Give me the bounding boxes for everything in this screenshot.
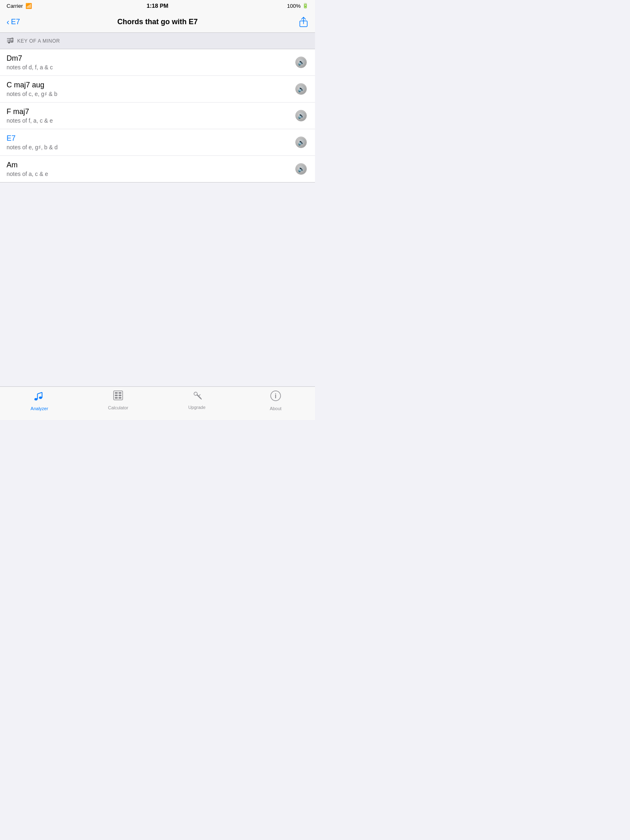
chord-notes: notes of a, c & e — [7, 171, 294, 177]
tab-bar: Analyzer Calculator Upgrade — [0, 386, 315, 420]
chord-notes: notes of d, f, a & c — [7, 64, 294, 71]
back-chevron-icon: ‹ — [7, 17, 9, 27]
tab-calculator[interactable]: Calculator — [79, 390, 158, 410]
status-bar: Carrier 📶 1:18 PM 100% 🔋 — [0, 0, 315, 11]
status-time: 1:18 PM — [147, 2, 169, 9]
chord-name: Am — [7, 161, 294, 169]
chord-info: F maj7 notes of f, a, c & e — [7, 107, 294, 124]
svg-point-10 — [34, 398, 37, 401]
status-right: 100% 🔋 — [287, 3, 308, 9]
chord-name: Dm7 — [7, 54, 294, 63]
audio-button[interactable]: 🔊 — [294, 135, 308, 150]
upgrade-icon — [192, 390, 202, 403]
chord-row[interactable]: Dm7 notes of d, f, a & c 🔊 — [0, 49, 315, 76]
audio-button[interactable]: 🔊 — [294, 108, 308, 123]
chord-name: C maj7 aug — [7, 81, 294, 89]
audio-button[interactable]: 🔊 — [294, 162, 308, 176]
svg-line-14 — [37, 393, 42, 394]
battery-label: 100% — [287, 3, 301, 9]
chord-name-highlighted: E7 — [7, 134, 294, 143]
speaker-icon: 🔊 — [295, 110, 307, 121]
chord-row[interactable]: E7 notes of e, g♯, b & d 🔊 — [0, 129, 315, 156]
calculator-tab-label: Calculator — [108, 405, 128, 410]
analyzer-tab-label: Analyzer — [31, 406, 48, 411]
chord-info: C maj7 aug notes of c, e, g♯ & b — [7, 81, 294, 97]
audio-button[interactable]: 🔊 — [294, 82, 308, 96]
section-header: KEY OF A MINOR — [0, 33, 315, 49]
svg-point-7 — [11, 41, 13, 43]
speaker-icon: 🔊 — [295, 83, 307, 95]
content-area — [0, 183, 315, 388]
status-left: Carrier 📶 — [7, 3, 32, 9]
chord-row[interactable]: Am notes of a, c & e 🔊 — [0, 156, 315, 182]
carrier-label: Carrier — [7, 3, 23, 9]
nav-title: Chords that go with E7 — [117, 18, 198, 26]
svg-rect-18 — [115, 395, 118, 396]
about-tab-label: About — [270, 406, 282, 411]
svg-line-25 — [199, 395, 200, 396]
chord-row[interactable]: F maj7 notes of f, a, c & e 🔊 — [0, 103, 315, 129]
svg-rect-16 — [115, 392, 118, 394]
chord-row[interactable]: C maj7 aug notes of c, e, g♯ & b 🔊 — [0, 76, 315, 103]
battery-icon: 🔋 — [302, 3, 308, 9]
audio-button[interactable]: 🔊 — [294, 55, 308, 70]
wifi-icon: 📶 — [25, 3, 32, 9]
speaker-icon: 🔊 — [295, 57, 307, 68]
calculator-icon — [113, 390, 123, 404]
svg-rect-19 — [119, 395, 121, 396]
section-header-text: KEY OF A MINOR — [17, 38, 60, 44]
tab-upgrade[interactable]: Upgrade — [158, 390, 236, 410]
nav-bar: ‹ E7 Chords that go with E7 — [0, 11, 315, 33]
speaker-icon: 🔊 — [295, 163, 307, 175]
back-label: E7 — [11, 18, 20, 26]
svg-rect-20 — [115, 397, 118, 399]
chord-name: F maj7 — [7, 107, 294, 116]
tab-analyzer[interactable]: Analyzer — [0, 390, 79, 411]
svg-point-12 — [39, 397, 42, 399]
back-button[interactable]: ‹ E7 — [7, 17, 20, 27]
section-header-icon — [7, 37, 14, 45]
svg-rect-17 — [119, 392, 121, 394]
about-icon: i — [270, 390, 281, 404]
svg-text:i: i — [275, 393, 276, 399]
upgrade-tab-label: Upgrade — [188, 405, 205, 410]
svg-point-5 — [8, 42, 10, 43]
chord-info: Am notes of a, c & e — [7, 161, 294, 177]
chord-info: E7 notes of e, g♯, b & d — [7, 134, 294, 151]
share-button[interactable] — [299, 17, 308, 27]
speaker-icon: 🔊 — [295, 137, 307, 148]
svg-rect-21 — [119, 397, 121, 399]
tab-about[interactable]: i About — [236, 390, 315, 411]
chord-info: Dm7 notes of d, f, a & c — [7, 54, 294, 71]
chord-notes: notes of c, e, g♯ & b — [7, 91, 294, 97]
chord-list: Dm7 notes of d, f, a & c 🔊 C maj7 aug no… — [0, 49, 315, 183]
chord-notes: notes of f, a, c & e — [7, 117, 294, 124]
chord-notes: notes of e, g♯, b & d — [7, 144, 294, 151]
analyzer-icon — [34, 390, 45, 404]
